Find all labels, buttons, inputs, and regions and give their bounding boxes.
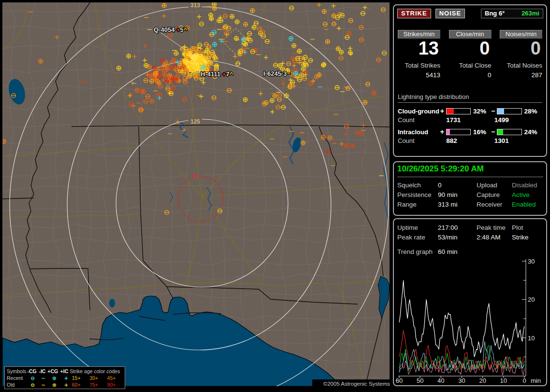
- age-15-label: 15+: [72, 375, 89, 381]
- cg-pos-pct: 32%: [473, 108, 491, 115]
- svg-text:20: 20: [479, 377, 486, 384]
- total-strikes-value: 5413: [398, 71, 440, 79]
- datetime-display: 10/26/2025 5:29:20 AM: [397, 164, 543, 177]
- ic-neg-count: 1301: [494, 137, 542, 144]
- age-90-label: 90+: [107, 381, 125, 388]
- trend-axes: [398, 259, 526, 378]
- ic-neg-old-icon: −: [39, 381, 48, 388]
- upload-status: Disabled: [512, 181, 537, 190]
- ic-neg-bar: [497, 129, 521, 135]
- legend-old-row: Old ⊖ − ⊕ + 60+ 75+ 90+: [7, 381, 125, 388]
- noises-per-min-tab[interactable]: Noises/min: [500, 30, 542, 39]
- receiver-status: Enabled: [512, 200, 536, 210]
- total-noises-label: Total Noises: [500, 62, 542, 69]
- ic-pos-pct: 16%: [473, 128, 491, 136]
- lightning-type-distribution: Lightning type distribution Cloud-ground…: [398, 93, 542, 144]
- svg-text:50: 50: [417, 377, 423, 384]
- svg-text:60: 60: [396, 377, 403, 384]
- plus-sign: +: [440, 128, 446, 136]
- legend-symbols-header: Symbols: [7, 368, 26, 375]
- minus-sign: −: [491, 107, 497, 115]
- intracloud-row: Intracloud + 16% − 24%: [398, 128, 542, 136]
- plot-label: Plot: [512, 223, 523, 233]
- peak-time-value: 2:48 AM: [477, 233, 512, 242]
- trend-graph: 1020306050403020100min: [395, 257, 546, 385]
- mode-toolbar: STRIKE NOISE Bng 6° 263mi: [397, 9, 543, 18]
- intracloud-count-row: Count 882 1301: [398, 137, 542, 144]
- lightning-map[interactable]: 31312531Q-4054 +5^H-4111 +7^I-6245-3− Sy…: [2, 2, 390, 386]
- strikes-per-min-tab[interactable]: Strikes/min: [398, 30, 440, 39]
- uptime-value: 217:00: [438, 223, 477, 233]
- bearing-label: Bng 6°: [485, 10, 505, 17]
- legend-ic-neg-header: -IC: [38, 368, 47, 375]
- storm-cell-label: H-4111 +7^: [201, 70, 233, 78]
- map-canvas[interactable]: 31312531Q-4054 +5^H-4111 +7^I-6245-3−: [2, 2, 390, 386]
- legend-recent-row: Recent ⊖ − ⊕ + 15+ 30+ 45+: [7, 375, 125, 381]
- upload-label: Upload: [477, 181, 512, 190]
- strike-mode-button[interactable]: STRIKE: [397, 9, 431, 18]
- close-per-min-tab[interactable]: Close/min: [449, 30, 492, 39]
- range-value: 313 mi: [438, 200, 477, 210]
- distribution-title: Lightning type distribution: [398, 93, 542, 103]
- svg-text:10: 10: [528, 335, 535, 342]
- svg-text:10: 10: [500, 377, 507, 384]
- trend-panel: Uptime 217:00 Peak time Plot Peak rate 5…: [393, 218, 547, 386]
- close-per-min-value: 0: [449, 39, 492, 58]
- ic-pos-recent-icon: +: [60, 375, 72, 381]
- svg-text:0: 0: [522, 377, 526, 384]
- legend-ic-pos-header: +IC: [59, 368, 70, 375]
- uptime-row: Uptime 217:00 Peak time Plot: [397, 223, 543, 233]
- capture-label: Capture: [477, 190, 512, 200]
- ring-distance-label: 125: [190, 118, 200, 125]
- legend-age-header: Strike age color codes: [70, 368, 125, 375]
- peak-rate-row: Peak rate 53/min 2:48 AM Strike: [397, 233, 543, 242]
- cg-neg-bar: [497, 108, 521, 114]
- cg-pos-recent-icon: ⊕: [48, 375, 61, 381]
- range-label: Range: [397, 200, 438, 210]
- strikes-per-min-value: 13: [398, 39, 440, 58]
- peak-time-label: Peak time: [477, 223, 512, 233]
- trend-graph-row: Trend graph 60 min: [397, 247, 543, 257]
- ring-distance-label: 31: [192, 173, 199, 180]
- ic-neg-pct: 24%: [524, 128, 542, 136]
- bearing-range-readout: Bng 6° 263mi: [481, 9, 543, 18]
- cg-neg-count: 1499: [494, 116, 542, 124]
- svg-text:40: 40: [437, 377, 444, 384]
- strikes-per-min-meter: Strikes/min 13 Total Strikes 5413: [398, 30, 440, 79]
- persistence-label: Persistence: [397, 190, 438, 200]
- rate-meters: Strikes/min 13 Total Strikes 5413 Close/…: [398, 30, 542, 79]
- ic-neg-recent-icon: −: [39, 375, 48, 381]
- ic-pos-old-icon: +: [60, 381, 72, 388]
- strike-stats-panel: STRIKE NOISE Bng 6° 263mi Strikes/min 13…: [393, 4, 547, 157]
- cg-pos-old-icon: ⊕: [48, 381, 61, 388]
- cloud-ground-row: Cloud-ground + 32% − 28%: [398, 107, 542, 115]
- status-panel: 10/26/2025 5:29:20 AM Squelch 0 Upload D…: [393, 161, 547, 216]
- trend-window-value: 60 min: [438, 247, 477, 257]
- age-45-label: 45+: [107, 375, 125, 381]
- total-close-value: 0: [449, 71, 492, 79]
- plot-type-value: Strike: [512, 233, 529, 242]
- age-30-label: 30+: [89, 375, 107, 381]
- peak-rate-value: 53/min: [438, 233, 477, 242]
- legend-cg-pos-header: +CG: [47, 368, 59, 375]
- cg-neg-pct: 28%: [524, 108, 542, 115]
- close-per-min-meter: Close/min 0 Total Close 0: [449, 30, 492, 79]
- squelch-label: Squelch: [397, 181, 438, 190]
- age-75-label: 75+: [89, 381, 107, 388]
- legend-recent-label: Recent: [7, 375, 27, 381]
- svg-text:30: 30: [458, 377, 465, 384]
- storm-cell-label: Q-4054 +5^: [154, 26, 188, 33]
- cg-pos-bar: [446, 108, 471, 114]
- cloud-ground-label: Cloud-ground: [398, 108, 440, 115]
- minus-sign: −: [491, 128, 497, 136]
- legend-cg-neg-header: -CG: [26, 368, 38, 375]
- svg-text:min: min: [531, 377, 541, 384]
- persistence-value: 90 min: [438, 190, 477, 200]
- count-label: Count: [398, 137, 446, 144]
- noise-mode-button[interactable]: NOISE: [435, 9, 465, 18]
- copyright-label: ©2005 Astrogenic Systems: [312, 379, 391, 388]
- legend-old-label: Old: [7, 381, 27, 388]
- age-60-label: 60+: [72, 381, 89, 388]
- map-legend: Symbols -CG -IC +CG +IC Strike age color…: [4, 366, 125, 389]
- plus-sign: +: [440, 107, 446, 115]
